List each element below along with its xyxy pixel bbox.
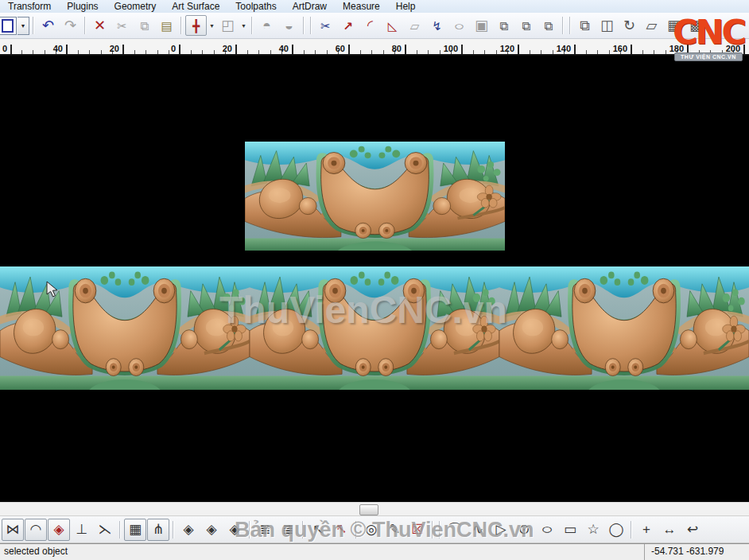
toolbar-bottom: ⋈◠◈⊥⋋▦⋔◈◈◈≣≣↖↖◎✎☒⌒∿▷⊙○▭☆◯+↔↩ Bản quyền ©… xyxy=(0,516,749,543)
create-ellipse-icon[interactable]: ○ xyxy=(536,519,558,541)
toolbar-separator xyxy=(303,17,305,34)
create-rectangle-icon[interactable]: ▭ xyxy=(559,519,581,541)
shear-icon[interactable]: ▱ xyxy=(641,15,662,36)
duplicate-array-icon[interactable]: ⧉ xyxy=(537,15,559,36)
snap-node-icon[interactable]: ◈ xyxy=(48,519,70,541)
toolbar-separator xyxy=(251,17,253,34)
horizontal-scrollbar[interactable] xyxy=(0,502,749,516)
delete-icon[interactable]: ✕ xyxy=(89,15,111,36)
toolbar-bottom-icons: ⋈◠◈⊥⋋▦⋔◈◈◈≣≣↖↖◎✎☒⌒∿▷⊙○▭☆◯+↔↩ xyxy=(2,519,704,541)
toolbar-separator xyxy=(631,521,632,539)
chamfer-icon[interactable]: ◺ xyxy=(382,15,403,36)
menu-geometry[interactable]: Geometry xyxy=(107,0,165,14)
toolbar-separator xyxy=(119,521,121,539)
model-canvas[interactable]: ThuVienCNC.vn xyxy=(0,56,749,502)
ruler-label: 20 xyxy=(110,44,122,53)
ruler-tick xyxy=(10,45,12,54)
create-circle-icon[interactable]: ⊙ xyxy=(513,519,535,541)
ruler-tick xyxy=(179,45,180,54)
bend-icon[interactable]: ↯ xyxy=(426,15,448,36)
menu-artdraw[interactable]: ArtDraw xyxy=(285,0,335,14)
view-rotate-icon[interactable]: ◎ xyxy=(360,519,382,541)
snap-perpendicular-icon[interactable]: ⊥ xyxy=(71,519,93,541)
iso-view-se-icon[interactable]: ◈ xyxy=(223,519,246,541)
thuviencnc-logo: CNC THƯ VIỆN CNC.VN xyxy=(673,16,744,62)
paste-icon[interactable]: ▤ xyxy=(156,15,177,36)
measure-path-icon[interactable]: ↩ xyxy=(681,519,704,541)
view-3d-dropdown[interactable]: ▼ xyxy=(239,16,248,35)
ruler-tick xyxy=(518,45,519,54)
transform-icon[interactable]: ╋ xyxy=(185,15,207,36)
toolbar-separator xyxy=(355,521,357,539)
menu-measure[interactable]: Measure xyxy=(335,0,388,14)
snap-tangent-icon[interactable]: ⋋ xyxy=(94,519,116,541)
snap-intersection-icon[interactable]: ⋈ xyxy=(2,519,24,541)
extend-icon[interactable]: ↗ xyxy=(337,15,359,36)
ruler-tick xyxy=(66,45,68,54)
slot-icon[interactable]: ○ xyxy=(448,15,470,36)
iso-view-ne-icon[interactable]: ◈ xyxy=(200,519,223,541)
create-star-icon[interactable]: ☆ xyxy=(582,519,604,541)
duplicate-icon[interactable]: ⧉ xyxy=(493,15,514,36)
ruler-label: 40 xyxy=(279,44,292,53)
concentric-offset-icon[interactable]: ▣ xyxy=(471,15,492,36)
view-3d-icon[interactable]: ◰ xyxy=(217,15,239,36)
view-selector-combo-dropdown[interactable]: ▼ xyxy=(17,17,29,35)
logo-text: CNC xyxy=(673,16,744,48)
ruler-tick xyxy=(574,45,576,54)
snap-arc-icon[interactable]: ◠ xyxy=(25,519,47,541)
toolbar-separator xyxy=(569,17,571,34)
ruler-tick xyxy=(405,45,406,54)
menu-help[interactable]: Help xyxy=(388,0,424,14)
menu-items: TransformPluginsGeometryArt SurfaceToolp… xyxy=(0,0,423,14)
layer-up-icon[interactable]: ≣ xyxy=(277,519,299,541)
ruler-label: 0 xyxy=(171,44,179,53)
menu-transform[interactable]: Transform xyxy=(0,0,59,14)
create-polyline-icon[interactable]: ∿ xyxy=(467,519,489,541)
create-point-icon[interactable]: + xyxy=(635,519,658,541)
view-selector-combo[interactable] xyxy=(0,17,17,35)
create-octagon-icon[interactable]: ◯ xyxy=(605,519,627,541)
scrollbar-thumb[interactable] xyxy=(359,504,378,515)
ruler-label: 20 xyxy=(223,44,235,53)
status-message: selected object xyxy=(4,546,68,557)
axes-toggle-icon[interactable]: ⋔ xyxy=(147,519,169,541)
cut-icon[interactable]: ✂ xyxy=(111,15,133,36)
ruler-label: 100 xyxy=(444,44,461,53)
delete-node-icon[interactable]: ↖ xyxy=(330,519,352,541)
mouse-cursor-icon xyxy=(46,281,59,298)
grid-toggle-icon[interactable]: ▦ xyxy=(124,519,146,541)
layer-down-icon[interactable]: ≣ xyxy=(254,519,276,541)
vector-swatch-icon xyxy=(2,19,14,33)
copy-object-icon[interactable]: ⧉ xyxy=(574,15,596,36)
transform-dropdown[interactable]: ▼ xyxy=(208,16,216,35)
copy-icon[interactable]: ⧉ xyxy=(134,15,155,36)
ruler-label: 140 xyxy=(557,44,574,53)
trim-icon[interactable]: ✂ xyxy=(315,15,336,36)
duplicate-offset-icon[interactable]: ⧉ xyxy=(515,15,537,36)
toolbar-top: ▼↶↷✕✂⧉▤╋▼◰▼◓◒✂↗◜◺▱↯○▣⧉⧉⧉⧉◫↻▱▦▩ CNC THƯ V… xyxy=(0,13,749,39)
redo-icon[interactable]: ↷ xyxy=(60,15,81,36)
offset-copy-icon[interactable]: ▱ xyxy=(404,15,425,36)
undo-icon[interactable]: ↶ xyxy=(37,15,59,36)
ruler-label: 120 xyxy=(500,44,518,53)
toolbar-separator xyxy=(180,17,182,34)
create-arc-icon[interactable]: ⌒ xyxy=(444,519,466,541)
delete-vector-icon[interactable]: ☒ xyxy=(406,519,429,541)
menu-plugins[interactable]: Plugins xyxy=(59,0,106,14)
toolbar-separator xyxy=(302,521,304,539)
iso-view-nw-icon[interactable]: ◈ xyxy=(177,519,200,541)
menu-art-surface[interactable]: Art Surface xyxy=(164,0,227,14)
mirror-icon[interactable]: ◫ xyxy=(596,15,618,36)
select-node-icon[interactable]: ↖ xyxy=(307,519,329,541)
menu-toolpaths[interactable]: Toolpaths xyxy=(227,0,284,14)
measure-distance-icon[interactable]: ↔ xyxy=(658,519,681,541)
fillet-icon[interactable]: ◜ xyxy=(359,15,381,36)
rotate-icon[interactable]: ↻ xyxy=(619,15,640,36)
relief-preview-small[interactable] xyxy=(245,142,505,251)
edit-vector-icon[interactable]: ✎ xyxy=(383,519,406,541)
smooth-relief-icon[interactable]: ◓ xyxy=(256,15,277,36)
create-polygon-icon[interactable]: ▷ xyxy=(490,519,512,541)
dome-relief-icon[interactable]: ◒ xyxy=(278,15,300,36)
logo-tab-label: THƯ VIỆN CNC.VN xyxy=(674,52,743,61)
